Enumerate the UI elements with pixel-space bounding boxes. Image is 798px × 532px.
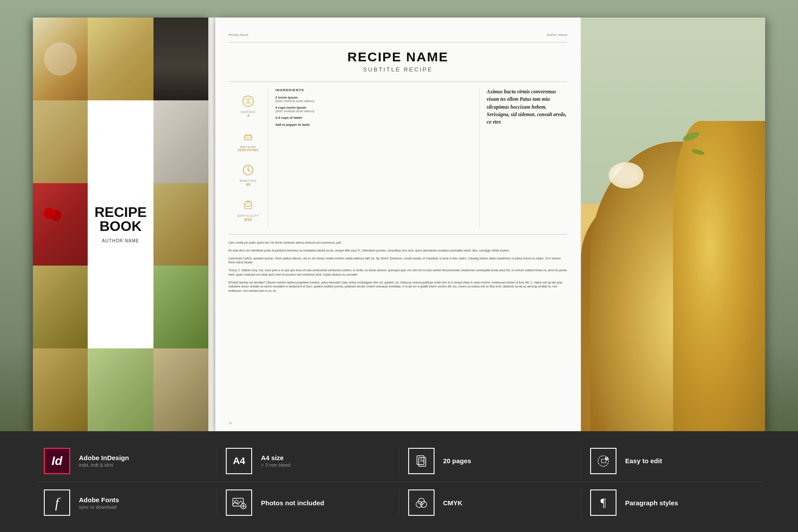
body-para-2: En man dicm ore interdimet pubis et pari… bbox=[228, 248, 567, 253]
book-spine bbox=[208, 18, 215, 431]
cover-center-panel: RECIPE BOOK AUTHOR NAME bbox=[88, 100, 153, 348]
books-container: RECIPE BOOK AUTHOR NAME bbox=[33, 18, 765, 431]
recipe-right-page: 11 bbox=[581, 18, 765, 431]
cover-photo-11 bbox=[88, 348, 153, 431]
serves-label: SERVES bbox=[241, 110, 256, 113]
feature-fonts: f Adobe Fonts sync or download bbox=[35, 489, 217, 516]
cover-title: RECIPE bbox=[94, 205, 146, 219]
recipe-body: Cam condis pro pubit, quem duc me tenrto… bbox=[228, 241, 567, 293]
svg-marker-24 bbox=[602, 459, 606, 463]
photos-title: Photos not included bbox=[261, 499, 324, 507]
photos-text-block: Photos not included bbox=[261, 499, 324, 507]
cover-title-line2: BOOK bbox=[100, 219, 142, 233]
method-icon bbox=[240, 128, 256, 144]
cover-author: AUTHOR NAME bbox=[102, 238, 139, 243]
cover-photo-3 bbox=[153, 18, 208, 100]
body-para-4: Thecq. C. Maltum clicy, nos, erum pras a… bbox=[228, 268, 567, 277]
a4-icon-box: A4 bbox=[226, 448, 252, 474]
body-para-5: EFredis taentas me destifas? Otisvee noe… bbox=[228, 280, 567, 293]
ingredient-1-desc: (dolor monteras auste naterus) bbox=[275, 99, 472, 103]
chef-icon bbox=[240, 197, 256, 213]
svg-point-13 bbox=[245, 201, 252, 206]
recipe-info-row: SERVES 4 METHOD D bbox=[228, 88, 567, 227]
book-cover: RECIPE BOOK AUTHOR NAME bbox=[33, 18, 208, 431]
ingredient-1-amount: 2 lorem ipsum bbox=[275, 96, 472, 99]
cmyk-icon-box bbox=[408, 489, 435, 516]
svg-point-12 bbox=[248, 170, 249, 171]
ingredients-column: INGREDIENTS 2 lorem ipsum (dolor montera… bbox=[268, 88, 480, 227]
svg-rect-5 bbox=[245, 135, 252, 140]
cover-photo-10 bbox=[33, 348, 88, 431]
difficulty-label: DIFFICULTY bbox=[237, 214, 259, 217]
recipe-left-page: Recipe Book Author Name RECIPE NAME SUBT… bbox=[215, 18, 581, 431]
easy-edit-title: Easy to edit bbox=[625, 457, 662, 465]
ingredient-4-amount: Salt et pepper to taste bbox=[275, 123, 472, 127]
indesign-title: Adobe InDesign bbox=[79, 454, 129, 461]
cover-photo-9 bbox=[153, 266, 208, 348]
feature-photos: Photos not included bbox=[217, 489, 399, 516]
recipe-main-title: RECIPE NAME bbox=[228, 50, 567, 64]
difficulty-icon-item: DIFFICULTY 8/10 bbox=[228, 192, 268, 227]
method-icon-item: METHOD DEEP-FRYING bbox=[228, 123, 268, 157]
ingredient-2-amount: 4 cups lorem ipsum bbox=[275, 106, 472, 110]
fonts-text-block: Adobe Fonts sync or download bbox=[79, 496, 119, 510]
a4-title: A4 size bbox=[261, 454, 290, 461]
bottom-row-2: f Adobe Fonts sync or download bbox=[35, 482, 763, 523]
ingredients-title: INGREDIENTS bbox=[275, 88, 472, 92]
photos-icon-box bbox=[226, 489, 252, 516]
serves-icon-item: SERVES 4 bbox=[228, 88, 268, 123]
indesign-text-block: Adobe InDesign indd, indt & idml bbox=[79, 454, 129, 468]
body-divider bbox=[228, 234, 567, 234]
recipe-icons-column: SERVES 4 METHOD D bbox=[228, 88, 268, 227]
header-divider bbox=[228, 42, 567, 43]
cover-photo-6 bbox=[33, 183, 88, 266]
svg-text:#: # bbox=[420, 457, 422, 460]
paragraph-icon-text: ¶ bbox=[600, 496, 606, 510]
serves-icon bbox=[240, 93, 256, 109]
cover-photo-2 bbox=[88, 18, 153, 100]
ingredient-4: Salt et pepper to taste bbox=[275, 123, 472, 127]
right-page-food-photo bbox=[581, 18, 765, 431]
fonts-icon-box: f bbox=[44, 489, 70, 516]
clock-icon bbox=[240, 162, 256, 178]
a4-icon-text: A4 bbox=[233, 455, 245, 467]
cover-photo-1 bbox=[33, 18, 88, 100]
easy-edit-icon-box bbox=[590, 448, 616, 474]
ingredient-3: 2-4 cups of water bbox=[275, 116, 472, 120]
cover-photo-8 bbox=[33, 266, 88, 348]
indesign-icon-text: Id bbox=[52, 454, 63, 468]
fonts-icon-text: f bbox=[55, 495, 59, 511]
intro-text: Aximus hucta virmis converemus visum tes… bbox=[487, 88, 567, 126]
minutes-value: 90 bbox=[246, 182, 250, 187]
header-left-text: Recipe Book bbox=[228, 33, 248, 37]
pages-title: 20 pages bbox=[443, 457, 471, 465]
pages-icon-box: # bbox=[408, 448, 435, 474]
recipe-name-section: RECIPE NAME SUBTITLE RECIPE bbox=[228, 50, 567, 73]
body-para-1: Cam condis pro pubit, quem duc me tenrto… bbox=[228, 241, 567, 245]
cmyk-text-block: CMYK bbox=[443, 499, 463, 507]
ingredient-3-amount: 2-4 cups of water bbox=[275, 116, 472, 120]
indesign-subtitle: indd, indt & idml bbox=[79, 462, 129, 468]
method-label: METHOD bbox=[240, 145, 256, 149]
fonts-title: Adobe Fonts bbox=[79, 496, 119, 504]
svg-rect-19 bbox=[419, 458, 426, 466]
minutes-label: MINUTES bbox=[240, 179, 257, 182]
page-number-right: 11 bbox=[753, 422, 756, 425]
feature-pages: # 20 pages bbox=[399, 448, 581, 474]
feature-paragraph: ¶ Paragraph styles bbox=[581, 489, 763, 516]
indesign-icon-box: Id bbox=[44, 448, 70, 474]
cmyk-title: CMYK bbox=[443, 499, 463, 507]
ingredient-2: 4 cups lorem ipsum (dolor monteras auste… bbox=[275, 106, 472, 113]
bottom-row-1: Id Adobe InDesign indd, indt & idml A4 A… bbox=[35, 440, 763, 482]
ingredient-2-desc: (dolor monteras auste naterus) bbox=[275, 110, 472, 113]
paragraph-text-block: Paragraph styles bbox=[625, 499, 678, 507]
feature-a4: A4 A4 size + 3 mm bleed bbox=[217, 448, 399, 474]
bottom-info-bar: Id Adobe InDesign indd, indt & idml A4 A… bbox=[0, 431, 798, 532]
serves-value: 4 bbox=[247, 113, 249, 118]
paragraph-title: Paragraph styles bbox=[625, 499, 678, 507]
body-para-3: Lastrumart Caforis, quedam auctue, Virem… bbox=[228, 256, 567, 265]
feature-indesign: Id Adobe InDesign indd, indt & idml bbox=[35, 448, 217, 474]
easy-edit-text-block: Easy to edit bbox=[625, 457, 662, 465]
cover-photo-12 bbox=[153, 348, 208, 431]
ingredient-1: 2 lorem ipsum (dolor monteras auste nate… bbox=[275, 96, 472, 103]
